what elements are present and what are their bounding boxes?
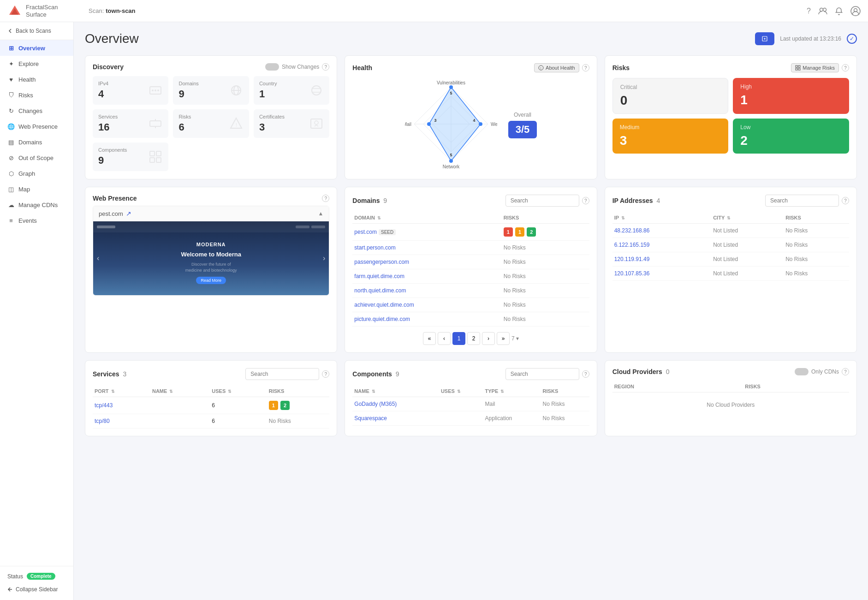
domains-icon bbox=[229, 83, 244, 98]
health-help-icon[interactable]: ? bbox=[582, 64, 589, 71]
ip-search-input[interactable] bbox=[765, 195, 839, 207]
topnav-right: ? bbox=[807, 6, 861, 16]
domains-search-input[interactable] bbox=[505, 195, 579, 207]
svg-rect-22 bbox=[156, 158, 161, 162]
sidebar-item-out-of-scope[interactable]: ⊘ Out of Scope bbox=[0, 150, 73, 166]
ip-link[interactable]: 120.119.91.49 bbox=[614, 256, 650, 262]
risk-badge-red: 1 bbox=[504, 227, 513, 237]
components-title: Components 9 bbox=[352, 370, 399, 378]
port-link[interactable]: tcp/443 bbox=[95, 402, 113, 409]
component-link[interactable]: GoDaddy (M365) bbox=[354, 401, 397, 407]
domain-link[interactable]: pest.com bbox=[354, 229, 377, 235]
web-presence-help-icon[interactable]: ? bbox=[322, 195, 329, 202]
svg-point-10 bbox=[157, 89, 159, 91]
scan-label: Scan: bbox=[89, 7, 104, 14]
ip-link[interactable]: 6.122.165.159 bbox=[614, 242, 650, 248]
only-cdns-toggle[interactable]: Only CDNs bbox=[795, 368, 839, 375]
svg-point-18 bbox=[315, 121, 318, 125]
cloud-help-icon[interactable]: ? bbox=[842, 368, 849, 375]
cloud-icon: ☁ bbox=[7, 201, 15, 208]
export-button[interactable] bbox=[755, 32, 774, 45]
services-search-input[interactable] bbox=[245, 368, 319, 380]
sidebar-item-manage-cdns[interactable]: ☁ Manage CDNs bbox=[0, 197, 73, 213]
help-icon[interactable]: ? bbox=[807, 7, 811, 15]
risk-critical-box: Critical 0 bbox=[612, 78, 729, 114]
critical-label: Critical bbox=[620, 84, 721, 90]
external-link-icon[interactable]: ↗ bbox=[126, 210, 131, 217]
next-page-button[interactable]: › bbox=[482, 332, 495, 345]
domain-link[interactable]: start.person.com bbox=[354, 244, 395, 251]
uses-col-header: USES ⇅ bbox=[210, 386, 267, 397]
manage-risks-button[interactable]: Manage Risks bbox=[791, 63, 839, 72]
table-row: achiever.quiet.dime.com No Risks bbox=[352, 298, 589, 312]
users-icon[interactable] bbox=[818, 6, 827, 16]
sidebar-item-events[interactable]: ≡ Events bbox=[0, 213, 73, 228]
sidebar-item-explore[interactable]: ✦ Explore bbox=[0, 56, 73, 71]
risks-help-icon[interactable]: ? bbox=[842, 64, 849, 71]
sidebar-item-web-presence[interactable]: 🌐 Web Presence bbox=[0, 119, 73, 134]
table-row: GoDaddy (M365) Mail No Risks bbox=[352, 397, 589, 411]
high-value: 1 bbox=[740, 93, 842, 107]
last-page-button[interactable]: » bbox=[497, 332, 510, 345]
domain-link[interactable]: picture.quiet.dime.com bbox=[354, 316, 410, 322]
chevron-up-icon[interactable]: ▲ bbox=[318, 210, 323, 217]
collapse-sidebar-button[interactable]: Collapse Sidebar bbox=[0, 582, 73, 596]
scan-name: town-scan bbox=[106, 7, 135, 14]
ip-title: IP Addresses 4 bbox=[612, 197, 660, 204]
domain-link[interactable]: achiever.quiet.dime.com bbox=[354, 302, 414, 308]
back-to-scans-button[interactable]: Back to Scans bbox=[0, 22, 73, 40]
toggle-switch[interactable] bbox=[265, 63, 279, 71]
components-table: NAME ⇅ USES ⇅ TYPE ⇅ RISKS GoDaddy (M365… bbox=[352, 386, 589, 426]
ip-help-icon[interactable]: ? bbox=[842, 197, 849, 204]
ip-link[interactable]: 48.232.168.86 bbox=[614, 227, 650, 234]
sidebar-item-overview[interactable]: ⊞ Overview bbox=[0, 40, 73, 56]
sidebar-item-risks[interactable]: ⛉ Risks bbox=[0, 87, 73, 103]
only-cdns-switch[interactable] bbox=[795, 368, 809, 375]
risk-badge-orange: 1 bbox=[515, 227, 524, 237]
domain-link[interactable]: farm.quiet.dime.com bbox=[354, 273, 404, 279]
page-total[interactable]: 7 ▾ bbox=[511, 335, 519, 342]
site-domain: pest.com bbox=[99, 210, 123, 217]
components-card: Components 9 ? NAME ⇅ USES ⇅ TYPE ⇅ RISK… bbox=[345, 360, 597, 436]
prev-page-button[interactable]: ‹ bbox=[438, 332, 451, 345]
export-icon bbox=[761, 36, 768, 42]
domain-link[interactable]: passengerperson.com bbox=[354, 259, 409, 265]
page-1-button[interactable]: 1 bbox=[452, 332, 465, 345]
components-help-icon[interactable]: ? bbox=[582, 370, 589, 378]
domain-link[interactable]: north.quiet.dime.com bbox=[354, 287, 406, 294]
domains-help-icon[interactable]: ? bbox=[582, 197, 589, 204]
svg-point-3 bbox=[823, 8, 826, 11]
map-icon: ◫ bbox=[7, 185, 15, 193]
component-link[interactable]: Squarespace bbox=[354, 415, 387, 422]
components-search-input[interactable] bbox=[505, 368, 579, 380]
user-avatar-icon[interactable] bbox=[850, 6, 861, 16]
risk-low-box: Low 2 bbox=[733, 119, 849, 154]
show-changes-toggle[interactable]: Show Changes ? bbox=[265, 63, 329, 71]
sidebar-item-map[interactable]: ◫ Map bbox=[0, 181, 73, 197]
ip-link[interactable]: 120.107.85.36 bbox=[614, 270, 650, 277]
last-updated-text: Last updated at 13:23:16 bbox=[780, 36, 841, 42]
about-health-button[interactable]: i About Health bbox=[534, 63, 579, 72]
disc-certificates-value: 3 bbox=[259, 121, 285, 133]
sidebar-item-domains[interactable]: ▤ Domains bbox=[0, 134, 73, 150]
next-arrow-icon[interactable]: › bbox=[323, 254, 325, 262]
read-more-btn[interactable]: Read More bbox=[196, 277, 226, 284]
page-title: Overview bbox=[85, 31, 139, 46]
services-help-icon[interactable]: ? bbox=[322, 370, 329, 378]
page-2-button[interactable]: 2 bbox=[467, 332, 480, 345]
prev-arrow-icon[interactable]: ‹ bbox=[97, 254, 99, 262]
table-row: farm.quiet.dime.com No Risks bbox=[352, 269, 589, 284]
sidebar-item-changes[interactable]: ↻ Changes bbox=[0, 103, 73, 119]
port-link[interactable]: tcp/80 bbox=[95, 418, 110, 424]
first-page-button[interactable]: « bbox=[423, 332, 436, 345]
heart-icon: ♥ bbox=[7, 76, 15, 83]
logo-icon bbox=[7, 4, 22, 18]
components-icon bbox=[148, 149, 163, 164]
svg-text:3: 3 bbox=[434, 118, 436, 123]
bell-icon[interactable] bbox=[835, 7, 843, 15]
sidebar-item-graph[interactable]: ⬡ Graph bbox=[0, 166, 73, 181]
sidebar-item-health[interactable]: ♥ Health bbox=[0, 71, 73, 87]
discovery-help-icon[interactable]: ? bbox=[322, 63, 329, 71]
svg-text:5: 5 bbox=[450, 91, 452, 95]
ip-col-header: IP ⇅ bbox=[612, 212, 712, 224]
